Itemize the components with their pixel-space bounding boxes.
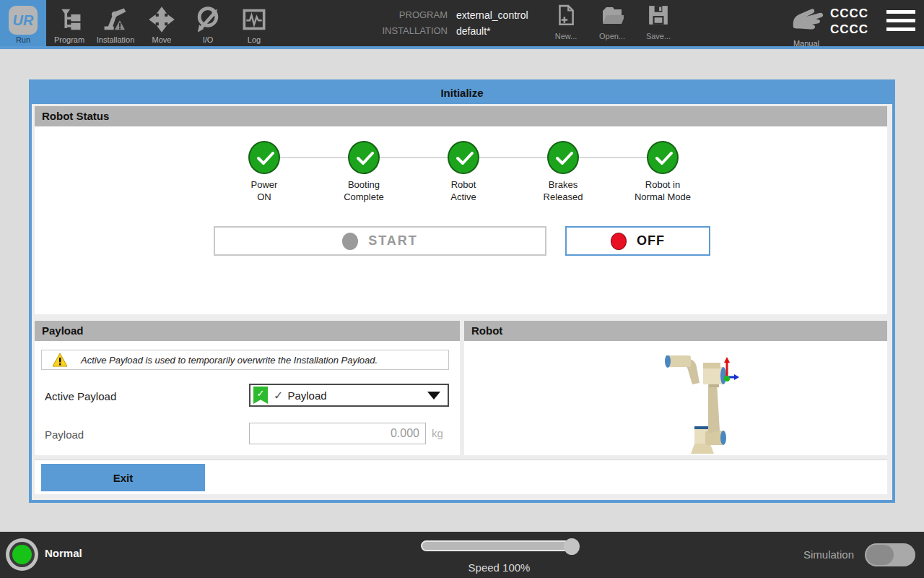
payload-bookmark-icon: ✓	[253, 387, 268, 404]
bottom-status-bar: Normal Speed 100% Simulation	[0, 532, 924, 578]
status-check-brakes-released-icon	[547, 141, 579, 174]
off-button-label: OFF	[637, 233, 665, 249]
save-floppy-icon	[648, 4, 669, 26]
program-key: PROGRAM	[339, 7, 448, 23]
save-button[interactable]: Save...	[635, 4, 681, 29]
safety-status-light-icon[interactable]	[6, 538, 38, 571]
simulation-label: Simulation	[803, 548, 854, 561]
tab-log-label: Log	[231, 35, 277, 44]
manual-hand-icon	[789, 3, 824, 35]
speed-slider-knob[interactable]	[564, 538, 580, 555]
program-value: external_control	[456, 7, 528, 23]
off-button[interactable]: OFF	[565, 226, 710, 256]
start-button[interactable]: START	[214, 226, 546, 256]
robot-panel-header: Robot	[464, 321, 887, 341]
dialog-title: Initialize	[32, 82, 892, 104]
tab-io-label: I/O	[185, 35, 231, 44]
new-button[interactable]: New...	[543, 4, 589, 30]
clock-text: CCCC CCCC	[830, 6, 878, 38]
start-status-dot-icon	[342, 233, 358, 250]
simulation-toggle-knob	[866, 545, 894, 565]
clock-line-2: CCCC	[830, 22, 878, 38]
status-label-power-on: Power ON	[214, 178, 315, 203]
four-arrows-icon	[148, 6, 175, 33]
open-button-label: Open...	[589, 32, 635, 40]
dialog-footer: Exit	[35, 460, 887, 494]
status-check-normal-mode-icon	[647, 141, 679, 174]
start-button-label: START	[368, 233, 418, 249]
program-installation-info: PROGRAM external_control INSTALLATION de…	[339, 7, 528, 39]
open-folder-icon	[601, 4, 624, 26]
status-check-power-on-icon	[248, 141, 280, 174]
payload-unit-label: kg	[432, 427, 443, 439]
clock-line-1: CCCC	[830, 6, 878, 22]
payload-note-box: Active Payload is used to temporarily ov…	[41, 350, 449, 370]
tab-log[interactable]: Log	[231, 0, 277, 46]
dropdown-check-icon: ✓	[274, 389, 283, 402]
open-button[interactable]: Open...	[589, 4, 635, 29]
off-status-dot-icon	[611, 233, 627, 250]
payload-header: Payload	[35, 321, 460, 341]
payload-value-input[interactable]	[249, 423, 426, 444]
speed-label: Speed 100%	[421, 561, 578, 574]
tab-program-label: Program	[46, 35, 92, 44]
robot-status-header: Robot Status	[35, 106, 887, 126]
active-payload-dropdown-value: Payload	[287, 389, 427, 402]
status-light-core	[12, 545, 32, 564]
tab-move[interactable]: Move	[139, 0, 185, 46]
active-payload-label: Active Payload	[45, 390, 116, 402]
dropdown-arrow-icon	[427, 392, 440, 400]
status-label-brakes-released: Brakes Released	[513, 178, 614, 203]
new-button-label: New...	[543, 32, 589, 40]
tab-run[interactable]: UR Run	[0, 0, 46, 46]
speed-slider[interactable]	[421, 540, 578, 551]
payload-field-label: Payload	[45, 428, 84, 441]
save-button-label: Save...	[635, 32, 681, 40]
initialize-dialog: Initialize Robot Status Power ON Booting…	[29, 79, 895, 503]
installation-key: INSTALLATION	[339, 23, 448, 39]
warning-triangle-icon	[52, 353, 68, 367]
status-label-booting-complete: Booting Complete	[313, 178, 414, 203]
manual-mode-button[interactable]: Manual	[785, 3, 827, 38]
topbar-accent-line	[0, 46, 924, 49]
exit-button[interactable]: Exit	[41, 464, 205, 491]
payload-note-text: Active Payload is used to temporarily ov…	[81, 355, 378, 366]
circular-arrows-icon	[194, 6, 222, 33]
status-check-robot-active-icon	[448, 141, 479, 174]
tab-installation[interactable]: Installation	[92, 0, 139, 46]
monitor-heartbeat-icon	[240, 6, 268, 33]
tab-io[interactable]: I/O	[185, 0, 231, 46]
hamburger-menu-icon[interactable]	[886, 10, 915, 36]
tab-program[interactable]: Program	[46, 0, 92, 46]
robot-3d-view	[642, 355, 739, 455]
status-check-booting-complete-icon	[348, 141, 380, 174]
program-tree-icon	[56, 6, 83, 33]
ur-logo-icon: UR	[9, 6, 38, 35]
tab-installation-label: Installation	[92, 35, 139, 44]
status-label-robot-active: Robot Active	[413, 178, 514, 203]
new-file-icon	[555, 4, 577, 27]
active-payload-dropdown[interactable]: ✓ ✓ Payload	[249, 384, 449, 407]
installation-value: default*	[456, 23, 490, 39]
tab-run-label: Run	[0, 35, 46, 44]
polyscope-screen: UR Run Program	[0, 0, 924, 578]
tab-move-label: Move	[139, 35, 185, 44]
status-label-normal-mode: Robot in Normal Mode	[612, 178, 713, 203]
simulation-toggle[interactable]	[865, 543, 915, 566]
top-toolbar: UR Run Program	[0, 0, 924, 46]
safety-status-text: Normal	[45, 547, 82, 559]
robot-arm-wrench-icon	[102, 6, 129, 33]
